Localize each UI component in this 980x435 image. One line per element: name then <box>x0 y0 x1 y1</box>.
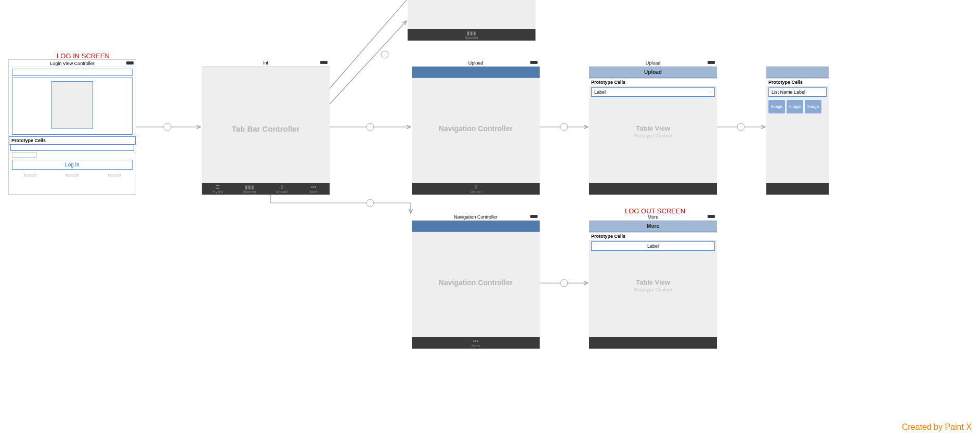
barcode-icon: ▮▮▮ <box>408 31 535 36</box>
screen-title: Int <box>202 59 330 67</box>
barcode-icon: ▮▮▮ <box>234 185 266 190</box>
tab-scanner[interactable]: ▮▮▮Scanner <box>408 31 535 40</box>
prototype-cell[interactable]: Label › <box>591 87 715 97</box>
battery-icon <box>530 215 538 218</box>
tab-more[interactable]: •••More <box>412 339 540 348</box>
tab-bar <box>589 337 717 349</box>
screen-title: Upload <box>589 59 717 67</box>
tab-upload[interactable]: ⇧Upload <box>266 185 298 194</box>
battery-icon <box>708 61 715 64</box>
nav-bar: More <box>589 221 717 232</box>
tab-bar <box>589 183 717 195</box>
title-text: Upload <box>468 60 484 66</box>
screen-title: Login View Controller <box>9 60 136 67</box>
login-footer <box>9 172 136 178</box>
cell-label: Label <box>594 89 606 95</box>
svg-point-7 <box>367 199 374 207</box>
svg-line-4 <box>330 21 407 104</box>
battery-icon <box>530 61 538 64</box>
tab-bar: •••More <box>412 337 540 349</box>
label-login-screen: LOG IN SCREEN <box>36 52 130 60</box>
tab-bar: ⇧Upload <box>412 183 540 195</box>
battery-icon <box>320 61 328 64</box>
login-image-container <box>12 78 133 135</box>
title-text: Upload <box>646 60 661 66</box>
image-thumb[interactable]: Image <box>768 100 785 113</box>
nav-bar <box>412 221 540 232</box>
upload-icon: ⇧ <box>412 185 540 190</box>
cell-label: Label <box>647 244 659 249</box>
tab-bar <box>766 183 829 195</box>
list-icon: ☰ <box>202 185 234 190</box>
prototype-cells-header: Prototype Cells <box>589 78 717 86</box>
more-icon: ••• <box>298 185 330 190</box>
nav-bar: Upload <box>589 67 717 78</box>
svg-point-11 <box>737 123 744 131</box>
nav-controller-more[interactable]: Navigation Controller Navigation Control… <box>412 213 540 349</box>
svg-point-1 <box>164 123 171 131</box>
login-small-field[interactable] <box>12 152 37 158</box>
tab-bar: ▮▮▮Scanner <box>408 29 535 41</box>
footer-box-1 <box>24 174 36 176</box>
placeholder-text: Navigation Controller <box>412 124 540 133</box>
tab-upload[interactable]: ⇧Upload <box>412 185 540 194</box>
login-proto-cell[interactable] <box>10 145 134 151</box>
tab-mylist[interactable]: ☰My list <box>202 185 234 194</box>
login-view-controller[interactable]: Login View Controller Prototype Cells Lo… <box>8 59 136 195</box>
table-view-upload[interactable]: Upload Upload Prototype Cells Label › Ta… <box>589 59 717 195</box>
watermark: Created by Paint X <box>902 423 972 432</box>
nav-bar <box>766 67 829 78</box>
svg-point-13 <box>560 279 568 287</box>
screen-title: Upload <box>412 59 540 67</box>
image-thumb[interactable]: Image <box>787 100 803 113</box>
screen-title: Navigation Controller <box>412 213 540 221</box>
login-field-1[interactable] <box>12 69 133 76</box>
placeholder-text: Table View Prototype Content <box>589 278 717 292</box>
screen-title <box>766 59 829 67</box>
footer-box-3 <box>108 174 121 176</box>
login-button[interactable]: Log In <box>12 160 133 170</box>
title-text: Navigation Controller <box>454 214 498 220</box>
title-text: Login View Controller <box>50 61 94 66</box>
tab-more[interactable]: •••More <box>298 185 330 194</box>
screen-title: More <box>589 213 717 221</box>
upload-icon: ⇧ <box>266 185 298 190</box>
partial-top-screen[interactable]: ▮▮▮Scanner <box>408 0 535 41</box>
prototype-cells-header: Prototype Cells <box>9 136 136 145</box>
prototype-cell[interactable]: List Name Label <box>768 87 827 97</box>
prototype-cells-header: Prototype Cells <box>766 78 829 86</box>
partial-right-screen[interactable]: Prototype Cells List Name Label Image Im… <box>766 59 829 195</box>
placeholder-text: Navigation Controller <box>412 278 540 287</box>
svg-point-6 <box>381 51 388 58</box>
table-view-more[interactable]: More More Prototype Cells Label Table Vi… <box>589 213 717 349</box>
nav-controller-upload[interactable]: Upload Navigation Controller ⇧Upload <box>412 59 540 195</box>
login-image <box>51 81 93 129</box>
thumb-row: Image Image Image <box>766 98 829 116</box>
title-text: Int <box>263 60 268 66</box>
battery-icon <box>708 215 715 218</box>
more-icon: ••• <box>412 339 540 344</box>
disclosure-icon: › <box>710 89 711 95</box>
tab-bar: ☰My list ▮▮▮Scanner ⇧Upload •••More <box>202 183 330 195</box>
cell-label: List Name Label <box>772 89 805 95</box>
tab-scanner[interactable]: ▮▮▮Scanner <box>234 185 266 194</box>
svg-point-3 <box>367 123 374 131</box>
svg-line-5 <box>330 0 407 88</box>
placeholder-text: Table View Prototype Content <box>589 124 717 138</box>
prototype-cells-header: Prototype Cells <box>589 232 717 240</box>
image-thumb[interactable]: Image <box>805 100 821 113</box>
placeholder-text: Tab Bar Controller <box>202 124 330 133</box>
battery-icon <box>126 61 134 65</box>
tab-bar-controller[interactable]: Int Tab Bar Controller ☰My list ▮▮▮Scann… <box>202 59 330 195</box>
footer-box-2 <box>66 174 79 176</box>
nav-bar <box>412 67 540 78</box>
svg-point-9 <box>560 123 568 131</box>
prototype-cell[interactable]: Label <box>591 241 715 251</box>
title-text: More <box>648 214 659 220</box>
